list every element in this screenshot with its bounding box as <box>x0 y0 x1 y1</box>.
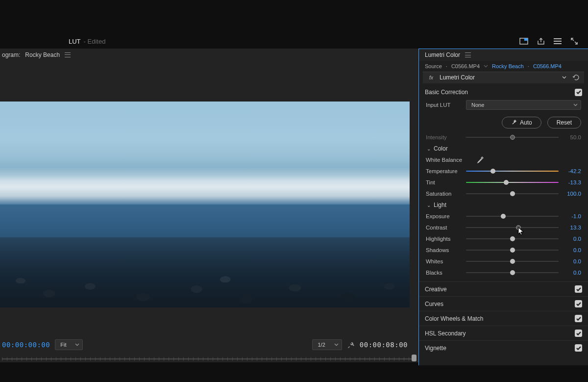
program-prefix: ogram: <box>2 51 20 58</box>
fullscreen-icon[interactable] <box>570 37 578 45</box>
exposure-value[interactable]: -1.0 <box>563 213 581 219</box>
slider-thumb[interactable] <box>504 180 509 185</box>
slider-thumb[interactable] <box>501 214 506 219</box>
exposure-label: Exposure <box>426 213 462 219</box>
timeline-out-marker[interactable] <box>412 355 416 361</box>
panel-menu-icon[interactable] <box>65 52 71 57</box>
reset-button[interactable]: Reset <box>547 117 581 128</box>
whites-value[interactable]: 0.0 <box>563 258 581 264</box>
timecode-out[interactable]: 00:00:08:00 <box>360 341 408 349</box>
preview-clouds <box>0 176 410 204</box>
highlights-value[interactable]: 0.0 <box>563 236 581 242</box>
color-subsection[interactable]: ⌄ Color <box>426 143 581 154</box>
white-balance-label: White Balance <box>426 157 473 163</box>
checkbox-basic[interactable] <box>575 89 582 96</box>
highlights-slider[interactable] <box>466 235 559 242</box>
section-title: Vignette <box>425 345 446 352</box>
intensity-row: Intensity 50.0 <box>426 132 581 143</box>
reset-effect-icon[interactable] <box>572 74 580 81</box>
section-curves[interactable]: Curves <box>419 296 588 311</box>
auto-button[interactable]: Auto <box>502 117 541 128</box>
zoom-dropdown[interactable]: 1/2 <box>312 339 342 350</box>
whites-row: Whites 0.0 <box>426 256 581 267</box>
fx-badge: fx <box>427 75 436 80</box>
lumetri-panel: Lumetri Color Source · C0566.MP4 Rocky B… <box>418 49 588 365</box>
fit-dropdown[interactable]: Fit <box>55 339 83 350</box>
shadows-slider[interactable] <box>466 247 559 254</box>
checkbox-vignette[interactable] <box>575 344 582 352</box>
slider-thumb[interactable] <box>510 259 515 264</box>
section-title: Curves <box>425 301 443 307</box>
temperature-label: Temperature <box>426 168 462 174</box>
blacks-slider[interactable] <box>466 269 559 276</box>
checkbox-curves[interactable] <box>575 300 582 307</box>
section-color-wheels[interactable]: Color Wheels & Match <box>419 311 588 326</box>
section-basic-correction[interactable]: Basic Correction <box>419 83 588 98</box>
reset-label: Reset <box>557 119 572 126</box>
exposure-slider[interactable] <box>466 213 559 220</box>
panel-menu-icon[interactable] <box>465 52 471 57</box>
section-hsl-secondary[interactable]: HSL Secondary <box>419 326 588 340</box>
clip-file[interactable]: C0566.MP4 <box>533 63 562 69</box>
slider-thumb[interactable] <box>510 191 515 196</box>
shadows-value[interactable]: 0.0 <box>563 247 581 253</box>
preview-rocks <box>0 237 410 307</box>
temperature-value[interactable]: -42.2 <box>563 168 581 174</box>
section-vignette[interactable]: Vignette <box>419 340 588 355</box>
checkbox-wheels[interactable] <box>575 315 582 322</box>
temperature-slider[interactable] <box>466 168 559 175</box>
checkbox-hsl[interactable] <box>575 330 582 337</box>
saturation-slider[interactable] <box>466 190 559 197</box>
intensity-slider <box>466 134 559 141</box>
contrast-slider[interactable] <box>466 224 559 231</box>
tint-value[interactable]: -13.3 <box>563 179 581 185</box>
checkbox-creative[interactable] <box>575 285 582 293</box>
eyedropper-icon[interactable] <box>477 156 484 163</box>
slider-thumb[interactable] <box>510 270 515 275</box>
slider-thumb <box>510 135 515 140</box>
preview-image <box>0 102 410 307</box>
window-maximize-icon[interactable] <box>519 38 528 45</box>
source-label: Source <box>425 63 442 69</box>
input-lut-value: None <box>471 102 484 108</box>
tab-suffix: - Edited <box>84 38 106 45</box>
share-icon[interactable] <box>537 37 545 45</box>
input-lut-row: Input LUT None <box>426 100 581 110</box>
magic-wand-icon <box>511 120 517 126</box>
section-creative[interactable]: Creative <box>419 281 588 296</box>
light-subsection[interactable]: ⌄ Light <box>426 200 581 210</box>
clip-crumbs: Source · C0566.MP4 Rocky Beach · C0566.M… <box>419 61 588 72</box>
source-file[interactable]: C0566.MP4 <box>451 63 480 69</box>
slider-thumb[interactable] <box>510 248 515 253</box>
effect-selector[interactable]: fx Lumetri Color <box>423 72 584 83</box>
video-preview[interactable] <box>0 102 410 307</box>
contrast-value[interactable]: 13.3 <box>563 225 581 230</box>
blacks-label: Blacks <box>426 270 462 276</box>
program-panel-header: ogram: Rocky Beach <box>0 49 418 61</box>
intensity-label: Intensity <box>426 134 462 140</box>
mini-timeline[interactable] <box>2 354 416 362</box>
lumetri-panel-tab[interactable]: Lumetri Color <box>419 49 588 61</box>
whites-slider[interactable] <box>466 258 559 265</box>
chevron-down-icon <box>562 76 566 79</box>
saturation-value[interactable]: 100.0 <box>563 191 581 197</box>
slider-thumb[interactable] <box>490 169 495 174</box>
workspace-tab-lut[interactable]: LUT - Edited <box>69 38 105 45</box>
slider-thumb[interactable] <box>510 236 515 241</box>
input-lut-label: Input LUT <box>426 102 462 108</box>
chevron-down-icon <box>334 343 339 346</box>
input-lut-dropdown[interactable]: None <box>466 100 581 110</box>
timeline-track[interactable] <box>2 358 412 359</box>
blacks-value[interactable]: 0.0 <box>563 270 581 276</box>
auto-label: Auto <box>520 119 532 126</box>
chevron-down-icon <box>484 65 488 68</box>
blacks-row: Blacks 0.0 <box>426 267 581 278</box>
tint-slider[interactable] <box>466 179 559 186</box>
slider-thumb[interactable] <box>516 225 521 230</box>
menu-icon[interactable] <box>554 38 562 44</box>
contrast-row: Contrast 13.3 <box>426 222 581 233</box>
wrench-icon[interactable] <box>347 341 355 349</box>
workspace-tabs: LUT - Edited <box>0 34 588 49</box>
timecode-in[interactable]: 00:00:00:00 <box>2 341 50 349</box>
clip-name[interactable]: Rocky Beach <box>492 63 524 69</box>
